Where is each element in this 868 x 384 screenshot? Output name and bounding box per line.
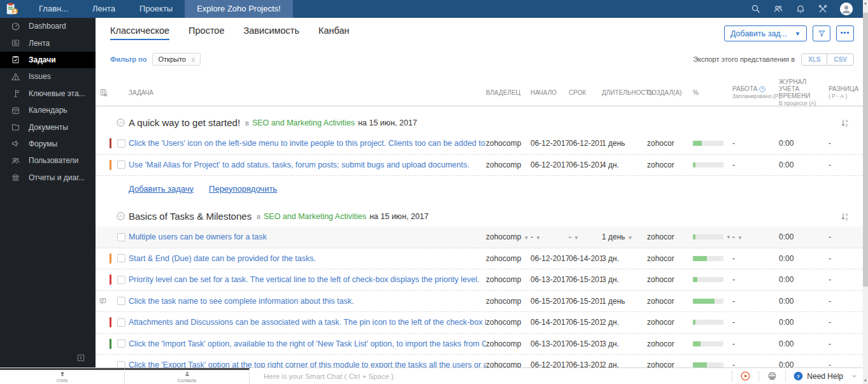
add-task-link[interactable]: Добавить задачу [129,184,194,194]
task-name-link[interactable]: Attachments and Discussions can be assoc… [129,318,486,327]
task-checkbox[interactable] [117,254,125,262]
task-name-link[interactable]: Use 'Mail Alias for Project' to add stat… [129,160,486,169]
task-checkbox[interactable] [117,139,125,148]
chat-tab-contacts[interactable]: Contacts [125,368,250,384]
sidebar-item-milestone[interactable]: Ключевые эта... [0,85,96,102]
task-checkbox[interactable] [117,318,125,327]
header-due[interactable]: СРОК [569,89,602,96]
header-duration[interactable]: ДЛИТЕЛЬНОСТЬ [602,89,647,96]
cell-timelog: 0:00 [775,254,823,263]
sidebar-item-reports[interactable]: Отчеты и диаг... [0,169,96,186]
task-name-link[interactable]: Start & End (Due) date can be provided f… [129,254,486,263]
scroll-down-icon[interactable]: ▼ [863,378,868,384]
users-icon[interactable] [773,4,783,14]
vertical-scrollbar[interactable]: ▲ ▼ [863,0,868,384]
column-settings-icon[interactable] [96,88,110,97]
task-checkbox[interactable] [117,160,125,169]
header-task[interactable]: ЗАДАЧА [129,89,486,96]
task-name-link[interactable]: Click the 'Export Task' option at the to… [129,360,486,367]
record-icon[interactable] [740,371,751,381]
chevron-down-icon: ▼ [795,31,800,37]
tab-зависимость[interactable]: Зависимость [244,25,299,40]
topnav-item[interactable]: Главн... [27,0,80,18]
reorder-link[interactable]: Переупорядочить [209,184,277,194]
svg-text:?: ? [762,87,764,91]
sidebar-item-members[interactable]: Пользователи [0,152,96,169]
topnav-item-active[interactable]: Explore Zoho Projects! [185,0,293,18]
header-timelog[interactable]: ЖУРНАЛ УЧЕТА ВРЕМЕНИ В процессе (А) [775,78,823,106]
sidebar-item-documents[interactable]: Документы [0,118,96,135]
scroll-up-icon[interactable]: ▲ [863,0,868,6]
task-name-link[interactable]: Priority level can be set for a task. Th… [129,275,486,284]
export-xls-button[interactable]: XLS [802,54,827,65]
header-work[interactable]: РАБОТА ? Запланировано (Р) [732,85,775,99]
tab-классическое[interactable]: Классическое [110,25,169,40]
search-icon[interactable] [751,4,761,14]
header-creator[interactable]: СОЗДАЛ(А) [647,89,693,96]
cell-progress[interactable]: ▼ [693,234,732,240]
task-name-link[interactable]: Click the task name to see complete info… [129,297,486,306]
task-checkbox[interactable] [117,297,125,305]
sidebar-item-tasks[interactable]: Задачи [0,52,96,68]
topnav-item[interactable]: Лента [80,0,127,18]
progress-bar [693,299,723,304]
task-group-title[interactable]: Basics of Tasks & Milestones [129,211,252,222]
zoho-projects-logo-icon[interactable] [5,2,19,16]
more-options-button[interactable]: ••• [836,25,854,41]
comment-icon[interactable] [99,297,110,305]
cell-progress [693,362,732,367]
header-start[interactable]: НАЧАЛО [530,89,569,96]
task-checkbox[interactable] [117,361,125,367]
progress-fill [693,320,695,325]
chat-tab-chris[interactable]: Chris [0,368,125,384]
cell-due-date[interactable]: -▼ [569,232,602,241]
topnav-item[interactable]: Проекты [127,0,185,18]
group-project-link[interactable]: SEO and Marketing Activities [252,118,355,127]
cell-duration[interactable]: 1 день▼ [602,232,647,241]
filter-chip-open[interactable]: Открыто x [152,53,200,66]
header-timelog-sub: В процессе (А) [779,100,823,106]
priority-bar [110,339,111,349]
chip-close-icon[interactable]: x [192,56,195,63]
task-checkbox[interactable] [117,276,125,284]
header-percent[interactable]: % [693,89,732,96]
collapse-sidebar-icon[interactable] [76,353,85,362]
tab-канбан[interactable]: Канбан [318,25,350,40]
scrollbar-thumb[interactable] [863,13,868,287]
tab-простое[interactable]: Простое [189,25,224,40]
sidebar-item-feed[interactable]: Лента [0,34,96,51]
add-task-button[interactable]: Добавить зад... ▼ [724,25,807,41]
avatar[interactable] [840,3,853,15]
sort-az-icon[interactable]: AZ [840,118,850,128]
task-checkbox[interactable] [117,233,125,241]
filter-button[interactable] [813,25,830,41]
cell-start-date[interactable]: -▼ [530,232,569,241]
task-name-link[interactable]: Click the 'Users' icon on the left-side … [129,139,486,148]
progress-fill [693,299,715,304]
task-name-link[interactable]: Multiple users can be owners for a task [129,232,486,241]
need-help-button[interactable]: ? Need Help [793,371,843,381]
sidebar-item-issues[interactable]: Issues [0,68,96,85]
chevron-down-icon[interactable] [851,373,858,380]
sidebar-item-forums[interactable]: Форумы [0,136,96,152]
task-name-link[interactable]: Click the 'Import Task' option, availabl… [129,339,486,348]
sort-az-icon[interactable]: AZ [840,211,850,222]
task-checkbox[interactable] [117,339,125,348]
cell-owner[interactable]: zohocomp▼ [486,232,530,241]
sidebar-item-dashboard[interactable]: Dashboard [0,18,96,34]
cell-work[interactable]: -▼ [732,232,775,241]
smart-chat-input[interactable] [264,373,709,380]
tools-icon[interactable] [818,4,828,14]
need-help-label: Need Help [807,372,843,381]
print-icon[interactable] [767,371,778,381]
notifications-icon[interactable] [795,4,806,14]
header-owner[interactable]: ВЛАДЕЛЕЦ [486,89,530,96]
sidebar-item-label: Календарь [29,106,68,115]
task-group-title[interactable]: A quick way to get started! [129,117,240,128]
export-csv-button[interactable]: CSV [827,54,853,65]
group-project-link[interactable]: SEO and Marketing Activities [264,212,366,221]
help-circle-icon[interactable]: ? [759,86,765,92]
filter-by-label[interactable]: Фильтр по [110,55,146,63]
header-diff[interactable]: РАЗНИЦА ( Р - А ) [823,85,846,99]
sidebar-item-calendar[interactable]: Календарь [0,102,96,118]
